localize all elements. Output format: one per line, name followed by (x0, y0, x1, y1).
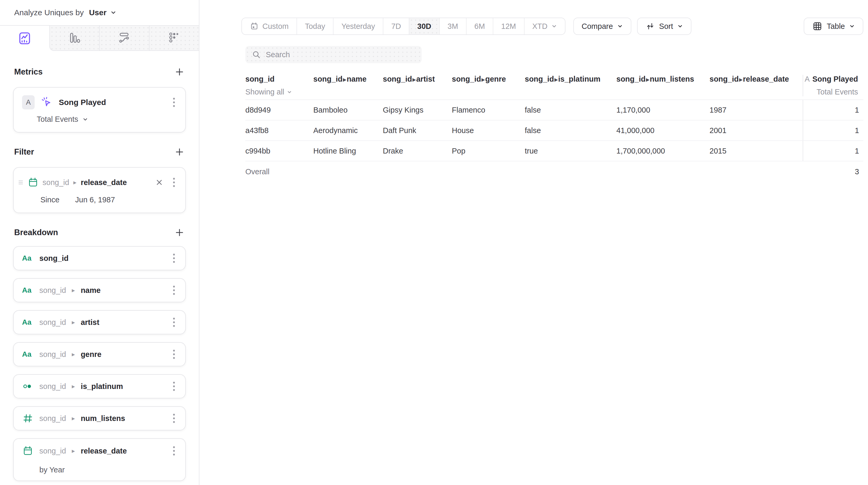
tab-insights-line[interactable] (0, 26, 49, 51)
metric-letter-badge: A (22, 95, 35, 110)
sort-arrows-icon (646, 22, 655, 31)
breakdown-property-prefix: song_id (39, 318, 66, 327)
property-separator: ▸ (71, 351, 75, 358)
breakdown-property-name: song_id (39, 254, 68, 263)
showing-all-selector[interactable]: Showing all (245, 88, 309, 96)
add-metric-button[interactable] (174, 66, 185, 78)
date-range-label: Custom (262, 22, 289, 31)
tab-flow[interactable] (99, 26, 149, 51)
metric-kebab-icon[interactable] (170, 95, 177, 110)
breakdown-title: Breakdown (14, 228, 58, 237)
tab-retention[interactable] (149, 26, 199, 51)
property-separator: ▸ (71, 319, 75, 326)
property-separator: ▸ (71, 415, 75, 422)
breakdown-item-name[interactable]: Aa song_id ▸ name (13, 278, 186, 302)
breakdown-bucket-selector[interactable]: by Year (39, 465, 177, 474)
entity-selector[interactable]: User (89, 8, 106, 17)
table-row[interactable]: d8d949 Bamboleo Gipsy Kings Flamenco fal… (245, 100, 863, 120)
date-range-label: Yesterday (341, 22, 375, 31)
breakdown-item-num-listens[interactable]: song_id ▸ num_listens (13, 406, 186, 430)
breakdown-item-genre[interactable]: Aa song_id ▸ genre (13, 342, 186, 366)
metric-card[interactable]: A Song Played Total Events (13, 87, 186, 132)
filter-card[interactable]: song_id ▸ release_date Since Jun 6, 1987 (13, 167, 186, 213)
breakdown-kebab-icon[interactable] (170, 251, 177, 266)
compare-button[interactable]: Compare (573, 18, 631, 35)
table-row[interactable]: a43fb8 Aerodynamic Daft Punk House false… (245, 120, 863, 141)
breakdown-kebab-icon[interactable] (170, 315, 177, 330)
add-filter-button[interactable] (174, 146, 185, 158)
date-range-6m[interactable]: 6M (466, 18, 493, 34)
property-separator: ▸ (71, 383, 75, 390)
breakdown-kebab-icon[interactable] (170, 411, 177, 426)
filter-property-name[interactable]: release_date (81, 178, 127, 187)
breakdown-property-prefix: song_id (39, 447, 66, 455)
line-chart-icon (18, 31, 31, 45)
column-header-num-listens[interactable]: song_id▸num_listens (616, 75, 710, 96)
metric-column-title: Song Played (812, 75, 858, 84)
filter-operator[interactable]: Since (40, 195, 60, 204)
breakdown-item-release-date[interactable]: song_id ▸ release_date by Year (13, 438, 186, 481)
table-header-row: song_id Showing all song_id▸name song_id… (245, 70, 863, 100)
column-header-is-platinum[interactable]: song_id▸is_platinum (525, 75, 616, 96)
cell-is-platinum: false (525, 126, 616, 135)
cell-metric-value: 1 (803, 100, 863, 120)
metric-aggregation-selector[interactable]: Total Events (37, 115, 177, 124)
date-range-custom[interactable]: Custom (242, 18, 297, 34)
table-search[interactable] (245, 46, 422, 63)
column-header-name[interactable]: song_id▸name (313, 75, 383, 96)
drag-handle-icon[interactable] (18, 179, 24, 186)
cell-genre: House (452, 126, 525, 135)
column-header-release-date[interactable]: song_id▸release_date (710, 75, 803, 96)
property-separator: ▸ (739, 76, 743, 83)
breakdown-kebab-icon[interactable] (170, 379, 177, 394)
date-range-yesterday[interactable]: Yesterday (333, 18, 383, 34)
column-header-song-id[interactable]: song_id Showing all (245, 75, 313, 96)
date-range-7d[interactable]: 7D (383, 18, 409, 34)
cell-num-listens: 41,000,000 (616, 126, 710, 135)
breakdown-kebab-icon[interactable] (170, 444, 177, 458)
breakdown-kebab-icon[interactable] (170, 283, 177, 298)
metrics-section-header: Metrics (14, 66, 185, 78)
date-range-today[interactable]: Today (297, 18, 333, 34)
view-label: Table (827, 22, 845, 31)
date-range-12m[interactable]: 12M (493, 18, 524, 34)
breakdown-kebab-icon[interactable] (170, 347, 177, 362)
sort-label: Sort (659, 22, 673, 31)
sort-button[interactable]: Sort (637, 18, 691, 35)
property-separator: ▸ (554, 76, 558, 83)
flow-icon (118, 31, 131, 45)
tab-bar-chart[interactable] (49, 26, 99, 51)
date-range-30d[interactable]: 30D (409, 18, 439, 34)
chevron-down-icon[interactable] (110, 9, 117, 16)
table-grid-icon (812, 21, 823, 31)
query-builder-sidebar: Analyze Uniques by User (0, 0, 199, 485)
breakdown-item-is-platinum[interactable]: song_id ▸ is_platinum (13, 374, 186, 398)
search-input[interactable] (266, 51, 415, 59)
cell-release-date: 1987 (710, 106, 803, 115)
filter-kebab-icon[interactable] (170, 175, 177, 190)
breakdown-item-song-id[interactable]: Aa song_id (13, 246, 186, 270)
breakdown-property-name: artist (81, 318, 99, 327)
text-type-icon: Aa (22, 350, 34, 359)
date-range-xtd[interactable]: XTD (524, 18, 565, 34)
view-selector-button[interactable]: Table (804, 18, 863, 35)
column-header-song-played[interactable]: A Song Played Total Events (803, 75, 863, 96)
date-range-label: XTD (532, 22, 548, 31)
date-range-label: 6M (474, 22, 485, 31)
column-title: song_id (245, 75, 309, 84)
cell-genre: Pop (452, 147, 525, 155)
table-overall-row: Overall 3 (245, 161, 863, 182)
breakdown-property-prefix: song_id (39, 382, 66, 391)
breakdown-item-artist[interactable]: Aa song_id ▸ artist (13, 310, 186, 334)
metric-event-name[interactable]: Song Played (59, 98, 106, 107)
analyze-header: Analyze Uniques by User (0, 0, 199, 25)
add-breakdown-button[interactable] (174, 227, 185, 238)
remove-filter-icon[interactable] (154, 177, 164, 187)
calendar-icon (27, 177, 39, 188)
table-row[interactable]: c994bb Hotline Bling Drake Pop true 1,70… (245, 141, 863, 161)
property-separator: ▸ (71, 286, 75, 294)
column-header-artist[interactable]: song_id▸artist (383, 75, 452, 96)
date-range-3m[interactable]: 3M (439, 18, 466, 34)
column-header-genre[interactable]: song_id▸genre (452, 75, 525, 96)
filter-value[interactable]: Jun 6, 1987 (75, 195, 115, 204)
